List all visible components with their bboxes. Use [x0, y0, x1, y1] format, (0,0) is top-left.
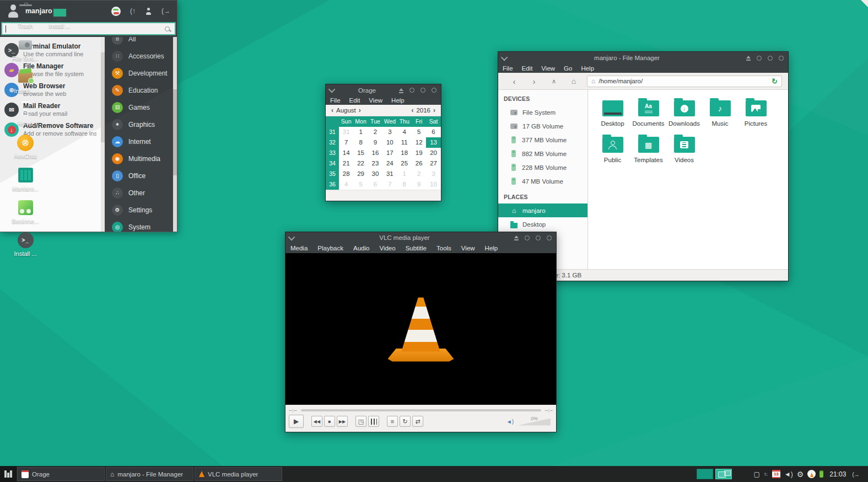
calendar-day-cell[interactable]: 27 [426, 158, 440, 169]
desktop-icon[interactable]: Install ... [8, 67, 42, 100]
calendar-day-cell[interactable]: 1 [397, 169, 412, 179]
calendar-day-cell[interactable]: 7 [339, 137, 353, 148]
window-menu-icon[interactable] [328, 86, 336, 93]
category-item[interactable]: ✶ Graphics [112, 116, 173, 133]
category-item[interactable]: ◉ Multimedia [112, 150, 173, 167]
calendar-day-cell[interactable]: 2 [412, 169, 426, 179]
calendar-day-cell[interactable]: 23 [368, 158, 382, 169]
category-item[interactable]: ◎ System [112, 218, 173, 232]
stop-button[interactable]: ■ [324, 416, 335, 427]
calendar-day-cell[interactable]: 3 [382, 127, 397, 137]
fullscreen-button[interactable]: ◳ [355, 416, 366, 427]
menu-item[interactable]: Audio [348, 243, 374, 253]
desktop-icon[interactable]: Install ... [42, 2, 77, 35]
calendar-day-cell[interactable]: 8 [397, 179, 412, 190]
clipboard-tray-icon[interactable]: ▢ [754, 471, 760, 478]
sidebar-device-item[interactable]: File System [498, 105, 587, 119]
calendar-day-cell[interactable]: 5 [353, 179, 368, 190]
applications-menu-button[interactable] [0, 466, 17, 482]
maximize-button[interactable] [420, 88, 425, 93]
calendar-day-cell[interactable]: 17 [382, 148, 397, 158]
calendar-day-cell[interactable]: 1 [353, 127, 368, 137]
calendar-day-cell[interactable]: 7 [382, 179, 397, 190]
up-button[interactable]: ∧ [544, 78, 564, 84]
menu-item[interactable]: Video [374, 243, 400, 253]
orage-titlebar[interactable]: Orage [326, 84, 441, 96]
menu-item[interactable]: Subtitle [401, 243, 432, 253]
maximize-button[interactable] [768, 56, 773, 61]
calendar-day-cell[interactable]: 3 [426, 169, 440, 179]
taskbar-window-button[interactable]: Orage [17, 467, 105, 481]
seek-slider[interactable] [301, 409, 541, 411]
calendar-day-cell[interactable]: 15 [353, 148, 368, 158]
volume-slider[interactable]: 0% [517, 417, 551, 426]
shade-icon[interactable] [514, 235, 519, 238]
folder-item[interactable]: ♪ Music [702, 98, 738, 134]
calendar-day-cell[interactable]: 20 [426, 148, 440, 158]
category-item[interactable]: ∷ Accessories [112, 47, 173, 65]
file-manager-titlebar[interactable]: manjaro - File Manager [498, 52, 788, 64]
desktop-icon[interactable]: ⊗ HexChat [8, 132, 42, 165]
calendar-day-cell[interactable]: 22 [353, 158, 368, 169]
calendar-day-cell[interactable]: 28 [339, 169, 353, 179]
folder-item[interactable]: Public [595, 134, 630, 170]
folder-item[interactable]: ↓ Downloads [666, 98, 702, 134]
category-item[interactable]: ⚙ Settings [112, 201, 173, 218]
folder-item[interactable]: Documents [630, 98, 666, 134]
calendar-day-cell[interactable]: 12 [412, 137, 426, 148]
minimize-button[interactable] [757, 56, 762, 61]
menu-item[interactable]: Help [387, 96, 409, 105]
logout-icon[interactable]: (→ [161, 7, 170, 15]
desktop-icon[interactable]: Trash [8, 2, 42, 35]
menu-item[interactable]: Go [559, 64, 576, 73]
sidebar-device-item[interactable]: 377 MB Volume [498, 133, 587, 147]
menu-item[interactable]: View [456, 243, 480, 253]
taskbar-window-button[interactable]: ⌂ manjaro - File Manager [106, 467, 193, 481]
calendar-day-cell[interactable]: 24 [382, 158, 397, 169]
address-bar[interactable]: ⌂ /home/manjaro/ ↻ [587, 76, 782, 87]
calendar-day-cell[interactable]: 5 [412, 127, 426, 137]
calendar-day-cell[interactable]: 31 [382, 169, 397, 179]
calendar-day-cell[interactable]: 21 [339, 158, 353, 169]
category-item[interactable]: ⚒ Development [112, 65, 173, 82]
desktop-icon[interactable]: File Sys... [8, 35, 42, 67]
folder-item[interactable]: Pictures [738, 98, 774, 134]
playlist-button[interactable]: ≡ [387, 416, 398, 427]
menu-item[interactable]: Playback [312, 243, 348, 253]
equalizer-button[interactable] [368, 416, 379, 427]
menu-item[interactable]: File [326, 96, 345, 105]
shade-icon[interactable] [399, 88, 403, 91]
calendar-day-cell[interactable]: 18 [397, 148, 412, 158]
calendar-day-cell[interactable]: 16 [368, 148, 382, 158]
menu-item[interactable]: View [364, 96, 387, 105]
calendar-day-cell[interactable]: 9 [412, 179, 426, 190]
prev-month-button[interactable]: ‹ [328, 106, 336, 114]
window-menu-icon[interactable] [288, 233, 295, 240]
folder-item[interactable]: Videos [666, 134, 702, 170]
minimize-button[interactable] [525, 235, 530, 240]
calendar-day-cell[interactable]: 25 [397, 158, 412, 169]
menu-item[interactable]: Help [480, 243, 503, 253]
previous-button[interactable]: ◀◀ [311, 416, 322, 427]
desktop-icon[interactable]: Manjaro... [8, 165, 42, 197]
home-button[interactable]: ⌂ [564, 77, 584, 85]
orage-tray-icon[interactable]: 13 [772, 470, 780, 478]
menu-item[interactable]: Media [285, 243, 312, 253]
settings-tray-icon[interactable]: ⚙ [797, 470, 804, 478]
network-tray-icon[interactable]: ↑↓ [764, 472, 768, 477]
sidebar-device-item[interactable]: 882 MB Volume [498, 147, 587, 160]
calendar-day-cell[interactable]: 14 [339, 148, 353, 158]
sidebar-place-item[interactable]: ⌂ manjaro [498, 203, 587, 217]
calendar-day-cell[interactable]: 10 [426, 179, 440, 190]
close-button[interactable] [779, 56, 784, 61]
forward-button[interactable]: › [524, 77, 544, 85]
shade-icon[interactable] [746, 56, 751, 58]
maximize-button[interactable] [536, 235, 541, 240]
prev-year-button[interactable]: ‹ [408, 106, 416, 114]
category-item[interactable]: ✎ Education [112, 82, 173, 99]
calendar-day-cell[interactable]: 26 [412, 158, 426, 169]
volume-tray-icon[interactable]: ◄) [784, 471, 793, 478]
app-list-scrollbar[interactable] [101, 37, 105, 232]
calendar-day-cell[interactable]: 13 [426, 137, 440, 148]
switch-user-icon[interactable] [145, 8, 152, 15]
